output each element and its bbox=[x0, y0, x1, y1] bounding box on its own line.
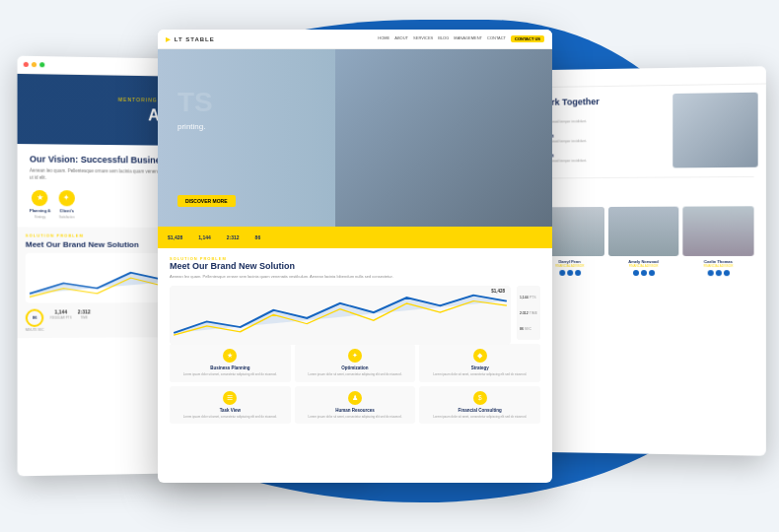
stat-label-3: TIME bbox=[81, 315, 88, 319]
icon-card-planning: ★ Planning & Strategy bbox=[30, 189, 50, 219]
cstat-1: $1,428 bbox=[168, 234, 182, 240]
service-text-4: Lorem ipsum dolor sit amet, consectetur … bbox=[300, 415, 411, 419]
social-icon-tw-3 bbox=[715, 270, 721, 276]
icon-sublabel-planning: Strategy bbox=[35, 215, 45, 219]
satisfaction-icon: ✦ bbox=[59, 190, 75, 206]
hero-sub-text: printing. bbox=[177, 122, 213, 131]
nav-home[interactable]: HOME bbox=[378, 35, 390, 42]
hero-discover-button[interactable]: DISCOVER MORE bbox=[177, 195, 236, 207]
mini-stat-1: 1,144 PTS bbox=[520, 296, 537, 299]
social-icon-li-2 bbox=[649, 270, 655, 276]
service-text-2: Lorem ipsum dolor sit amet, consectetur … bbox=[424, 372, 535, 376]
service-icon-0: ★ bbox=[223, 349, 237, 363]
planning-icon: ★ bbox=[32, 189, 47, 205]
service-card-2: ◆ Strategy Lorem ipsum dolor sit amet, c… bbox=[419, 344, 540, 381]
member-socials-3 bbox=[682, 270, 753, 276]
center-chart: $1,428 bbox=[170, 286, 511, 345]
icon-card-satisfaction: ✦ Client's Satisfaction bbox=[59, 190, 75, 219]
stat-label-2: REGULAR PTS bbox=[50, 315, 72, 319]
service-text-3: Lorem ipsum dolor sit amet, consectetur … bbox=[175, 415, 286, 419]
mockups-container: TS MENTORING IS THE KEY TO BUSINESS SUCC… bbox=[0, 0, 779, 532]
member-role-2: FINANCIAL ADVISOR bbox=[608, 264, 678, 268]
social-icon-fb-2 bbox=[632, 270, 638, 276]
maximize-icon bbox=[39, 62, 44, 67]
services-grid: ★ Business Planning Lorem ipsum dolor si… bbox=[170, 344, 540, 423]
social-icon-fb-1 bbox=[559, 270, 565, 276]
center-nav: ▶ LT STABLE HOME ABOUT SERVICES BLOG MAN… bbox=[158, 30, 552, 49]
stat-item-2: 1,144 REGULAR PTS bbox=[50, 308, 72, 331]
nav-blog[interactable]: BLOG bbox=[438, 35, 449, 42]
mini-stat-2: 2:312 TIME bbox=[520, 311, 537, 315]
service-icon-1: ✦ bbox=[348, 349, 362, 363]
center-stats-mini: 1,144 PTS 2:312 TIME 86 SEC bbox=[517, 286, 540, 340]
service-text-5: Lorem ipsum dolor sit amet, consectetur … bbox=[424, 415, 535, 419]
stat-item-3: 2:312 TIME bbox=[78, 308, 91, 331]
team-member-2: Amely Norwood FINANCIAL ADVISOR bbox=[608, 207, 678, 276]
member-socials-2 bbox=[608, 270, 678, 276]
center-chart-combined: $1,428 1,144 PTS 2:312 TIME 86 SEC bbox=[170, 286, 540, 340]
member-avatar-2 bbox=[608, 207, 678, 256]
center-line-chart bbox=[174, 290, 507, 341]
hero-overlay-text: TS printing. bbox=[177, 89, 213, 131]
nav-about[interactable]: ABOUT bbox=[394, 35, 408, 42]
service-title-4: Human Resources bbox=[300, 408, 411, 413]
social-icon-li-1 bbox=[575, 270, 581, 276]
service-title-0: Business Planning bbox=[175, 366, 286, 370]
center-stats-bar: $1,428 1,144 2:312 86 bbox=[158, 227, 552, 248]
nav-services[interactable]: SERVICES bbox=[413, 35, 433, 42]
service-card-1: ✦ Optimization Lorem ipsum dolor sit ame… bbox=[295, 344, 416, 381]
nav-contact[interactable]: CONTACT bbox=[487, 35, 506, 42]
minimize-icon bbox=[32, 62, 36, 67]
service-icon-4: ♟ bbox=[348, 391, 362, 405]
team-member-3: Caelin Thomas FINANCIAL ADVISOR bbox=[682, 206, 753, 276]
social-icon-tw-1 bbox=[567, 270, 573, 276]
cstat-4: 86 bbox=[255, 234, 261, 240]
service-card-4: ♟ Human Resources Lorem ipsum dolor sit … bbox=[295, 386, 416, 424]
member-avatar-3 bbox=[682, 206, 753, 256]
nav-cta-button[interactable]: CONTACT US bbox=[511, 35, 544, 42]
service-title-3: Task View bbox=[175, 408, 286, 413]
reasons-team-image bbox=[673, 93, 757, 168]
stat-circle-1: 86 bbox=[26, 308, 43, 326]
service-icon-2: ◆ bbox=[473, 349, 487, 363]
service-title-5: Financial Consulting bbox=[424, 408, 535, 413]
stat-number-2: 1,144 bbox=[54, 308, 67, 314]
service-card-5: $ Financial Consulting Lorem ipsum dolor… bbox=[419, 386, 540, 424]
social-icon-fb-3 bbox=[707, 270, 713, 276]
cstat-2: 1,144 bbox=[198, 234, 211, 240]
stat-label-1: MINUTE SEC bbox=[26, 327, 44, 331]
member-role-3: FINANCIAL ADVISOR bbox=[682, 264, 753, 268]
service-icon-3: ☰ bbox=[223, 391, 237, 405]
hero-big-text: TS bbox=[177, 89, 213, 116]
icon-label-planning: Planning & bbox=[30, 208, 50, 213]
stat-number-3: 2:312 bbox=[78, 308, 91, 314]
service-text-1: Lorem ipsum dolor sit amet, consectetur … bbox=[300, 372, 411, 376]
nav-logo: ▶ LT STABLE bbox=[166, 35, 215, 42]
service-text-0: Lorem ipsum dolor sit amet, consectetur … bbox=[175, 372, 286, 376]
service-card-3: ☰ Task View Lorem ipsum dolor sit amet, … bbox=[170, 386, 291, 424]
mini-stat-3: 86 SEC bbox=[520, 327, 537, 331]
service-title-1: Optimization bbox=[300, 366, 411, 370]
center-main-content: SOLUTION PROBLEM Meet Our Brand New Solu… bbox=[158, 248, 552, 432]
social-icon-tw-2 bbox=[641, 270, 647, 276]
center-hero: TS printing. DISCOVER MORE bbox=[158, 49, 552, 227]
center-section-title: Meet Our Brand New Solution bbox=[170, 261, 540, 271]
mockup-center: ▶ LT STABLE HOME ABOUT SERVICES BLOG MAN… bbox=[158, 30, 552, 483]
close-icon bbox=[24, 62, 29, 67]
service-card-0: ★ Business Planning Lorem ipsum dolor si… bbox=[170, 344, 291, 381]
nav-management[interactable]: MANAGEMENT bbox=[454, 35, 482, 42]
icon-label-satisfaction: Client's bbox=[59, 208, 74, 213]
social-icon-li-3 bbox=[723, 270, 729, 276]
service-title-2: Strategy bbox=[424, 366, 535, 370]
icon-sublabel-satisfaction: Satisfaction bbox=[59, 215, 75, 219]
center-section-text: Aenean leo quam. Pellentesque ornare sem… bbox=[170, 274, 540, 280]
reasons-team-img-inner bbox=[673, 93, 757, 168]
service-icon-5: $ bbox=[473, 391, 487, 405]
stat-item-1: 86 MINUTE SEC bbox=[26, 308, 44, 331]
nav-items: HOME ABOUT SERVICES BLOG MANAGEMENT CONT… bbox=[378, 35, 544, 42]
cstat-3: 2:312 bbox=[227, 234, 240, 240]
